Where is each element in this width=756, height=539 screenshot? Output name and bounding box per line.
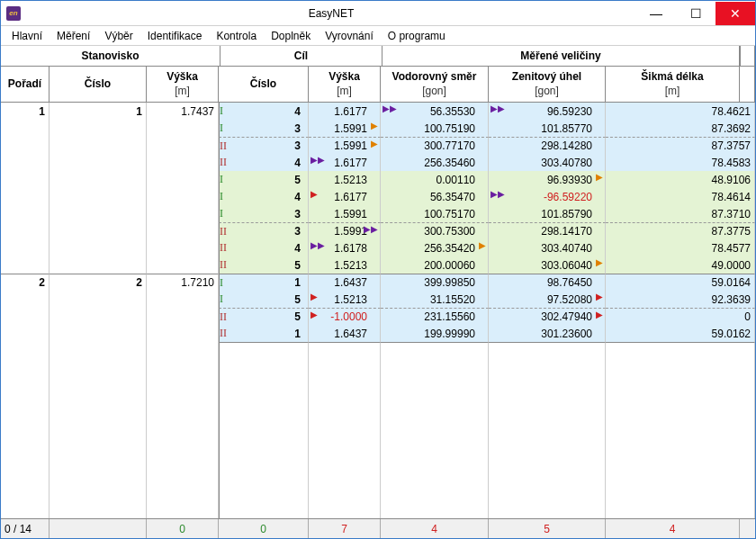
status-count: 0 / 14 — [1, 519, 50, 538]
table-row[interactable]: 221.7210I11.6437399.9985098.7645059.0164 — [1, 274, 755, 291]
table-row[interactable]: I4▶1.617756.35470▶▶-96.5922078.4614 — [1, 188, 755, 205]
menu-o programu[interactable]: O programu — [381, 28, 453, 44]
col-sikma[interactable]: Šikmá délka[m] — [606, 67, 740, 102]
status-v0: 0 — [147, 519, 219, 538]
table-row[interactable]: II4▶▶1.6178256.35420▶303.4074078.4577 — [1, 239, 755, 256]
table-row[interactable]: II11.6437199.99990301.2360059.0162 — [1, 325, 755, 342]
grid-body[interactable]: 111.7437I41.6177▶▶56.35530▶▶96.5923078.4… — [1, 103, 755, 518]
status-v1: 0 — [219, 519, 309, 538]
col-vyska-cil[interactable]: Výška[m] — [309, 67, 381, 102]
window-title: EasyNET — [26, 7, 636, 20]
table-row[interactable]: I31.5991▶100.75190101.8577087.3692 — [1, 120, 755, 137]
status-v5: 4 — [606, 519, 740, 538]
menu-vyrovnání[interactable]: Vyrovnání — [318, 28, 381, 44]
menu-hlavní[interactable]: Hlavní — [4, 28, 50, 44]
app-window: en EasyNET — ☐ ✕ HlavníMěřeníVýběrIdenti… — [0, 0, 756, 539]
titlebar: en EasyNET — ☐ ✕ — [1, 1, 755, 26]
table-row[interactable]: I51.52130.0011096.93930▶48.9106 — [1, 171, 755, 188]
group-merene: Měřené veličiny — [382, 46, 740, 66]
group-stanovisko: Stanovisko — [1, 46, 220, 66]
app-icon: en — [6, 6, 21, 21]
table-row[interactable]: I31.5991100.75170101.8579087.3710 — [1, 205, 755, 222]
col-zenitovy[interactable]: Zenitový úhel[gon] — [489, 67, 606, 102]
menubar: HlavníMěřeníVýběrIdentifikaceKontrolaDop… — [1, 26, 755, 46]
table-row[interactable]: II51.5213200.00060303.06040▶49.0000 — [1, 256, 755, 274]
menu-doplněk[interactable]: Doplněk — [264, 28, 318, 44]
close-button[interactable]: ✕ — [716, 2, 755, 25]
table-row[interactable]: II31.5991▶300.77170298.1428087.3757 — [1, 137, 755, 154]
status-bar: 0 / 14 0 0 7 4 5 4 — [1, 518, 755, 538]
menu-identifikace[interactable]: Identifikace — [140, 28, 210, 44]
col-poradi[interactable]: Pořadí — [1, 67, 50, 102]
col-vyska-stanovisko[interactable]: Výška[m] — [147, 67, 219, 102]
table-row[interactable]: II4▶▶1.6177256.35460303.4078078.4583 — [1, 154, 755, 171]
status-v3: 4 — [381, 519, 489, 538]
table-row[interactable]: 111.7437I41.6177▶▶56.35530▶▶96.5923078.4… — [1, 103, 755, 120]
menu-kontrola[interactable]: Kontrola — [209, 28, 264, 44]
maximize-button[interactable]: ☐ — [676, 2, 716, 25]
col-cislo-cil[interactable]: Číslo — [219, 67, 309, 102]
header-columns: Pořadí Číslo Výška[m] Číslo Výška[m] Vod… — [1, 67, 755, 103]
window-buttons: — ☐ ✕ — [636, 2, 755, 25]
col-cislo-stanovisko[interactable]: Číslo — [50, 67, 147, 102]
table-row[interactable]: II31.5991▶▶300.75300298.1417087.3775 — [1, 222, 755, 239]
minimize-button[interactable]: — — [636, 2, 676, 25]
status-v2: 7 — [309, 519, 381, 538]
group-cil: Cíl — [220, 46, 382, 66]
menu-měření[interactable]: Měření — [50, 28, 97, 44]
data-grid: Stanovisko Cíl Měřené veličiny Pořadí Čí… — [1, 46, 755, 518]
table-row[interactable]: I5▶1.521331.1552097.52080▶92.3639 — [1, 291, 755, 308]
col-vodorovny[interactable]: Vodorovný směr[gon] — [381, 67, 489, 102]
menu-výběr[interactable]: Výběr — [97, 28, 140, 44]
status-v4: 5 — [489, 519, 606, 538]
header-groups: Stanovisko Cíl Měřené veličiny — [1, 46, 755, 67]
table-row[interactable]: II5▶-1.0000231.15560302.47940▶0 — [1, 308, 755, 325]
